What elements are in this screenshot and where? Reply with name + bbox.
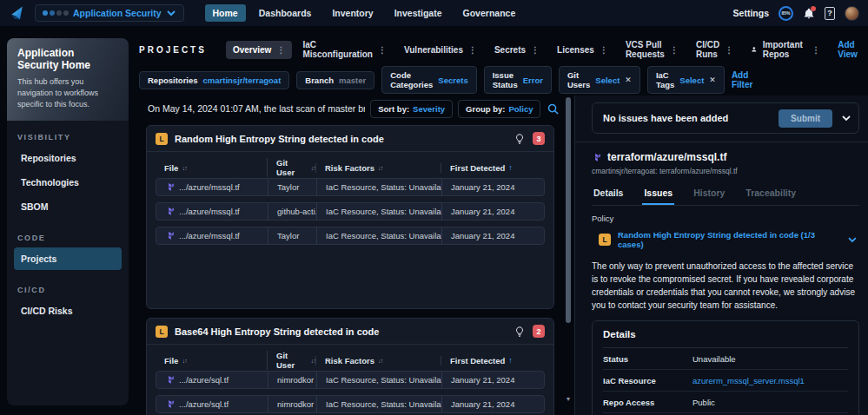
module-dots-icon: [43, 10, 69, 16]
detail-row-repo-access: Repo Access Public: [603, 392, 848, 413]
issue-row[interactable]: .../azure/sql.tf nimrodkor IaC Resource,…: [156, 395, 545, 413]
user-avatar[interactable]: [845, 6, 859, 21]
tab-vulnerabilities[interactable]: Vulnerabilities ⋮: [397, 41, 484, 59]
security-score-badge[interactable]: 85%: [779, 6, 793, 21]
column-header-risk-factors[interactable]: Risk Factors ↓↑: [315, 163, 441, 173]
file-subtitle: cmartinsjr/terragoat: terraform/azure/ms…: [592, 167, 859, 175]
kebab-menu-icon[interactable]: ⋮: [812, 45, 820, 55]
kebab-menu-icon[interactable]: ⋮: [468, 45, 477, 55]
lightbulb-icon[interactable]: [514, 133, 526, 145]
issues-submit-message: No issues have been added: [603, 113, 770, 123]
filter-repositories[interactable]: Repositories cmartinsjr/terragoat: [139, 71, 289, 89]
tab-issues[interactable]: Issues: [642, 184, 674, 205]
column-header-first-detected[interactable]: First Detected ↑: [441, 356, 545, 366]
close-icon[interactable]: ✕: [625, 76, 632, 84]
nav-item-inventory[interactable]: Inventory: [324, 4, 381, 22]
vertical-scrollbar[interactable]: ▾: [565, 97, 572, 410]
filter-issue-status[interactable]: Issue Status Error: [484, 66, 552, 94]
sidebar: Application Security Home This hub offer…: [7, 38, 129, 405]
filter-iac-tags[interactable]: IaC Tags Select ✕: [647, 66, 725, 94]
sort-icon[interactable]: ↓↑: [182, 164, 187, 172]
settings-button[interactable]: Settings: [733, 8, 769, 18]
sidebar-section-code: CODE Projects: [7, 221, 129, 273]
tab-cicd-runs[interactable]: CI/CD Runs ⋮: [689, 36, 740, 63]
sort-up-icon[interactable]: ↑: [508, 356, 513, 365]
tab-history[interactable]: History: [692, 184, 726, 205]
primary-nav: Home Dashboards Inventory Investigate Go…: [205, 4, 524, 22]
sidebar-item-technologies[interactable]: Technologies: [14, 171, 122, 194]
tab-overview[interactable]: Overview ⋮: [226, 41, 292, 59]
nav-item-investigate[interactable]: Investigate: [387, 4, 450, 22]
filter-git-users[interactable]: Git Users Select ✕: [559, 66, 640, 94]
column-header-file[interactable]: File ↓↑: [156, 356, 267, 366]
tab-iac-misconfiguration[interactable]: IaC Misconfiguration ⋮: [295, 36, 394, 63]
terraform-icon: [592, 153, 601, 162]
policy-card-header[interactable]: L Base64 High Entropy String detected in…: [147, 319, 553, 345]
filter-code-categories[interactable]: Code Categories Secrets: [381, 66, 476, 94]
scrollbar-thumb[interactable]: [566, 97, 571, 323]
iac-resource-link[interactable]: azurerm_mssql_server.mssql1: [692, 376, 805, 385]
sort-icon[interactable]: ↓↑: [378, 357, 383, 365]
tab-important-repos[interactable]: Important Repos ⋮: [744, 36, 827, 63]
column-header-git-user[interactable]: Git User ↓↑: [267, 351, 315, 370]
issue-count-badge: 2: [533, 325, 545, 338]
policy-card-random-high-entropy: L Random High Entropy String detected in…: [146, 125, 554, 309]
notifications-button[interactable]: [803, 7, 815, 20]
search-icon: [547, 102, 560, 115]
sidebar-item-sbom[interactable]: SBOM: [14, 195, 122, 218]
sort-icon[interactable]: ↓↑: [378, 164, 383, 172]
sort-up-icon[interactable]: ↑: [508, 163, 513, 172]
nav-item-governance[interactable]: Governance: [455, 4, 524, 22]
submit-button[interactable]: Submit: [779, 109, 832, 128]
chevron-down-icon[interactable]: [841, 113, 851, 123]
help-button[interactable]: ?: [825, 7, 835, 20]
issue-row[interactable]: .../azure/sql.tf nimrodkor IaC Resource,…: [156, 371, 545, 389]
kebab-menu-icon[interactable]: ⋮: [670, 45, 679, 55]
sidebar-item-repositories[interactable]: Repositories: [14, 147, 122, 169]
scroll-down-icon[interactable]: ▾: [565, 396, 572, 403]
sort-icon[interactable]: ↓↑: [182, 357, 187, 365]
add-view-button[interactable]: Add View: [831, 40, 865, 59]
terraform-icon: [165, 231, 175, 240]
tab-licenses[interactable]: Licenses ⋮: [550, 41, 615, 59]
kebab-menu-icon[interactable]: ⋮: [600, 45, 608, 55]
group-by-control[interactable]: Group by: Policy: [458, 100, 540, 118]
prisma-cloud-logo-icon[interactable]: [9, 4, 26, 22]
search-button[interactable]: [546, 99, 560, 118]
issue-row[interactable]: .../azure/mssql.tf Taylor IaC Resource, …: [156, 178, 545, 196]
column-header-git-user[interactable]: Git User ↓↑: [267, 158, 315, 177]
module-selector[interactable]: Application Security: [35, 4, 184, 22]
issues-list-column: On May 14, 2024 01:07 AM, the last scan …: [139, 96, 563, 415]
view-tabs-row: PROJECTS Overview ⋮ IaC Misconfiguration…: [139, 38, 861, 61]
column-header-file[interactable]: File ↓↑: [156, 163, 267, 173]
filter-branch[interactable]: Branch master: [296, 71, 374, 89]
tab-secrets[interactable]: Secrets ⋮: [487, 41, 547, 59]
tab-vcs-pull-requests[interactable]: VCS Pull Requests ⋮: [619, 36, 686, 63]
sidebar-item-projects[interactable]: Projects: [14, 247, 122, 270]
kebab-menu-icon[interactable]: ⋮: [378, 45, 387, 55]
sidebar-item-cicd-risks[interactable]: CI/CD Risks: [14, 300, 122, 322]
sort-by-control[interactable]: Sort by: Severity: [370, 100, 453, 118]
issue-row[interactable]: .../azure/mssql.tf Taylor IaC Resource, …: [156, 227, 545, 245]
policy-card-title: Base64 High Entropy String detected in c…: [175, 326, 507, 337]
sidebar-section-cicd: CI/CD CI/CD Risks: [7, 273, 129, 326]
filters-row: Repositories cmartinsjr/terragoat Branch…: [139, 69, 659, 90]
kebab-menu-icon[interactable]: ⋮: [531, 45, 540, 55]
close-icon[interactable]: ✕: [709, 76, 716, 84]
kebab-menu-icon[interactable]: ⋮: [276, 45, 285, 55]
chevron-down-icon[interactable]: [847, 234, 858, 245]
nav-item-dashboards[interactable]: Dashboards: [251, 4, 320, 22]
column-header-first-detected[interactable]: First Detected ↑: [441, 163, 545, 173]
nav-item-home[interactable]: Home: [205, 4, 246, 22]
policy-card-header[interactable]: L Random High Entropy String detected in…: [147, 126, 553, 152]
add-filter-button[interactable]: Add Filter: [732, 70, 752, 89]
kebab-menu-icon[interactable]: ⋮: [725, 45, 733, 55]
policy-dropdown[interactable]: L Random High Entropy String detected in…: [592, 228, 859, 251]
tab-traceability[interactable]: Traceability: [744, 184, 798, 205]
issue-row[interactable]: .../azure/mssql.tf github-acti... IaC Re…: [156, 202, 545, 221]
policy-card-title: Random High Entropy String detected in c…: [175, 134, 507, 144]
sidebar-header: Application Security Home This hub offer…: [7, 38, 129, 121]
column-header-risk-factors[interactable]: Risk Factors ↓↑: [315, 356, 441, 366]
tab-details[interactable]: Details: [592, 184, 625, 205]
lightbulb-icon[interactable]: [514, 326, 526, 338]
